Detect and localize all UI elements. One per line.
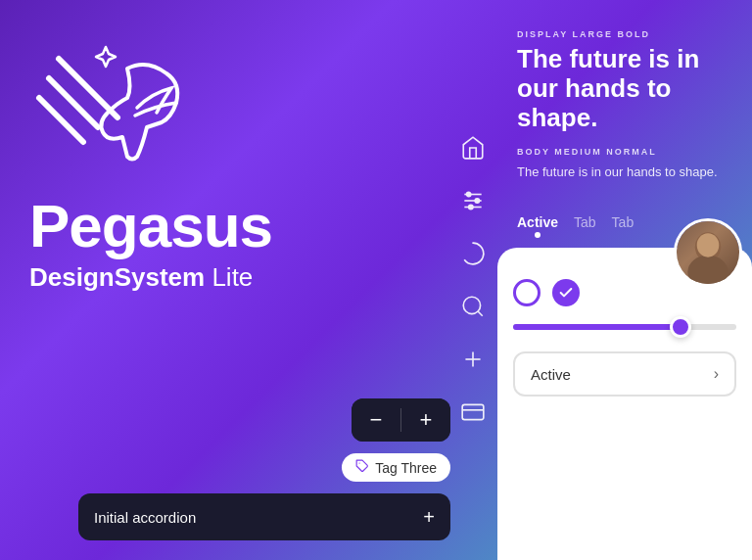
accordion-label: Initial accordion — [94, 509, 196, 526]
svg-point-19 — [697, 233, 720, 257]
display-section: DISPLAY LARGE BOLD The future is in our … — [497, 20, 752, 201]
settings-nav-icon[interactable] — [458, 186, 488, 215]
left-panel: Pegasus DesignSystem Lite − + Tag Three … — [0, 0, 460, 560]
radio-checked[interactable] — [552, 279, 580, 306]
display-eyebrow: DISPLAY LARGE BOLD — [517, 29, 732, 39]
display-heading: The future is in our hands to shape. — [517, 45, 732, 133]
avatar-image — [677, 221, 739, 284]
active-dropdown-label: Active — [531, 366, 571, 383]
tag-three[interactable]: Tag Three — [342, 453, 450, 482]
slider-container[interactable] — [513, 320, 736, 334]
tab-active[interactable]: Active — [517, 214, 558, 234]
svg-line-0 — [59, 59, 118, 117]
tag-label: Tag Three — [375, 460, 437, 476]
loading-nav-icon[interactable] — [458, 239, 488, 268]
chevron-right-icon: › — [714, 365, 719, 383]
avatar — [674, 218, 742, 287]
accordion-expand-icon: + — [423, 506, 435, 529]
tag-icon — [355, 459, 369, 476]
svg-point-8 — [475, 199, 479, 203]
svg-point-7 — [467, 192, 471, 196]
stepper[interactable]: − + — [352, 398, 450, 442]
stepper-minus-button[interactable]: − — [352, 398, 400, 442]
slider-fill — [513, 324, 681, 330]
active-dropdown[interactable]: Active › — [513, 351, 736, 397]
icons-sidebar — [448, 0, 497, 560]
svg-line-12 — [478, 311, 483, 316]
slider-thumb[interactable] — [670, 316, 691, 338]
svg-point-11 — [463, 297, 480, 313]
tab-two[interactable]: Tab — [574, 214, 596, 234]
body-eyebrow: BODY MEDIUM NORMAL — [517, 147, 732, 157]
tab-three[interactable]: Tab — [612, 214, 634, 234]
accordion[interactable]: Initial accordion + — [78, 493, 450, 540]
search-nav-icon[interactable] — [458, 292, 488, 321]
brand-name: Pegasus — [29, 196, 272, 257]
stepper-plus-button[interactable]: + — [401, 398, 450, 442]
svg-rect-15 — [462, 404, 484, 419]
pegasus-logo — [29, 29, 206, 206]
white-card: Active › — [497, 248, 752, 560]
svg-point-18 — [687, 256, 728, 286]
svg-point-9 — [469, 205, 473, 209]
home-nav-icon[interactable] — [458, 133, 488, 163]
svg-line-1 — [49, 78, 98, 127]
add-nav-icon[interactable] — [458, 345, 488, 374]
card-nav-icon[interactable] — [458, 397, 488, 427]
logo-container: Pegasus DesignSystem Lite — [29, 29, 272, 293]
bottom-components: − + Tag Three Initial accordion + — [29, 398, 450, 540]
body-text: The future is in our hands to shape. — [517, 163, 732, 182]
slider-track — [513, 324, 736, 330]
right-panel: DISPLAY LARGE BOLD The future is in our … — [497, 0, 752, 560]
radio-unchecked[interactable] — [513, 279, 540, 306]
brand-subtitle: DesignSystem Lite — [29, 262, 253, 293]
